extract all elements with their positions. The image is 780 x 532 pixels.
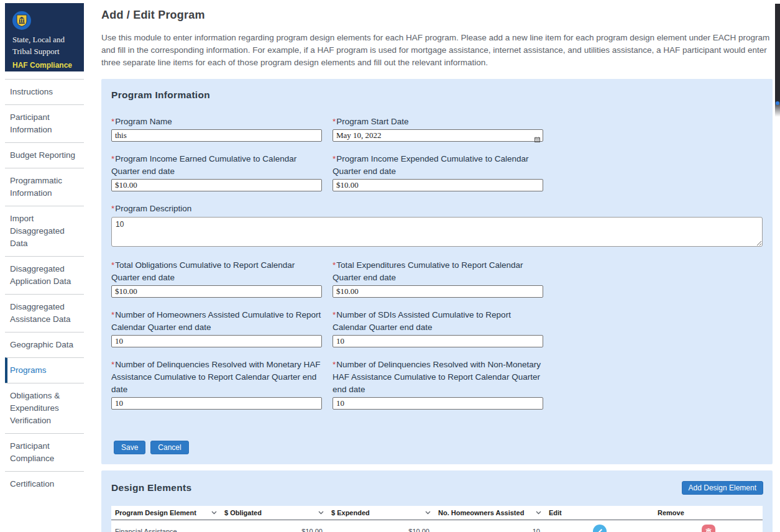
scrollbar-indicator-dot[interactable] (776, 101, 779, 105)
sidebar-item-programmatic-information[interactable]: Programmatic Information (5, 168, 84, 206)
column-header-obligated[interactable]: $ Obligated (221, 506, 328, 520)
income-expended-label: *Program Income Expended Cumulative to C… (333, 153, 543, 178)
sidebar-item-participant-information[interactable]: Participant Information (5, 104, 84, 142)
table-header-row: Program Design Element $ Obligated $ Exp… (111, 506, 763, 520)
sidebar-item-disaggregated-application-data[interactable]: Disaggregated Application Data (5, 256, 84, 294)
page-description: Use this module to enter information reg… (101, 32, 774, 69)
delinquencies-monetary-field[interactable] (111, 397, 322, 410)
sidebar-item-disaggregated-assistance-data[interactable]: Disaggregated Assistance Data (5, 294, 84, 332)
page-title: Add / Edit Program (101, 9, 774, 22)
column-header-remove: Remove (654, 506, 763, 520)
calendar-icon[interactable] (535, 134, 540, 145)
program-information-heading: Program Information (111, 89, 763, 101)
income-earned-label: *Program Income Earned Cumulative to Cal… (111, 153, 322, 178)
total-expenditures-label: *Total Expenditures Cumulative to Report… (333, 259, 543, 284)
required-marker: * (333, 154, 336, 163)
homeowners-assisted-field[interactable] (111, 335, 322, 347)
sidebar-item-instructions[interactable]: Instructions (5, 79, 84, 104)
income-expended-field[interactable] (333, 179, 543, 191)
income-earned-field[interactable] (111, 179, 322, 191)
total-obligations-label: *Total Obligations Cumulative to Report … (111, 259, 322, 284)
program-name-field[interactable] (111, 129, 322, 142)
table-row: Financial Assistance $10.00 $10.00 10 (111, 520, 763, 532)
delinquencies-monetary-label: *Number of Delinquencies Resolved with M… (111, 359, 322, 396)
brand-subtitle: HAF Compliance (12, 61, 78, 70)
homeowners-assisted-label: *Number of Homeowners Assisted Cumulativ… (111, 309, 322, 334)
program-name-label: *Program Name (111, 116, 322, 128)
treasury-shield-icon (12, 11, 31, 30)
trash-icon (705, 528, 712, 532)
sdis-assisted-field[interactable] (333, 335, 543, 347)
brand-line-1: State, Local and (12, 34, 78, 45)
required-marker: * (111, 154, 114, 163)
remove-row-button[interactable] (702, 525, 715, 532)
required-marker: * (111, 260, 114, 270)
program-information-panel: Program Information *Program Name *Progr… (101, 79, 773, 464)
design-elements-heading: Design Elements (111, 482, 191, 493)
total-obligations-field[interactable] (111, 285, 322, 298)
program-form: *Program Name *Program Start Date (111, 116, 763, 410)
brand-name: State, Local and Tribal Support (12, 34, 78, 57)
brand-logo-card: State, Local and Tribal Support HAF Comp… (5, 3, 84, 71)
vertical-scrollbar[interactable] (775, 4, 780, 117)
cell-program-design-element: Financial Assistance (111, 520, 221, 532)
required-marker: * (333, 360, 336, 369)
chevron-down-icon[interactable] (536, 511, 541, 515)
column-header-expended[interactable]: $ Expended (328, 506, 434, 520)
delinquencies-nonmonetary-field[interactable] (333, 397, 543, 410)
required-marker: * (333, 260, 336, 270)
column-header-program-design-element[interactable]: Program Design Element (111, 506, 221, 520)
sidebar-item-programs[interactable]: Programs (5, 357, 84, 383)
add-design-element-button[interactable]: Add Design Element (682, 481, 763, 495)
sidebar-item-budget-reporting[interactable]: Budget Reporting (5, 142, 84, 168)
delinquencies-nonmonetary-label: *Number of Delinquencies Resolved with N… (333, 359, 543, 396)
edit-row-button[interactable] (593, 525, 607, 532)
required-marker: * (333, 310, 336, 319)
program-description-label: *Program Description (111, 203, 763, 215)
cancel-button[interactable]: Cancel (150, 441, 188, 454)
chevron-down-icon[interactable] (318, 511, 324, 515)
required-marker: * (111, 360, 114, 369)
program-description-field[interactable]: 10 (111, 217, 763, 247)
sidebar-nav: Instructions Participant Information Bud… (5, 79, 84, 497)
required-marker: * (111, 204, 114, 213)
sidebar-item-participant-compliance[interactable]: Participant Compliance (5, 433, 84, 471)
design-elements-panel: Design Elements Add Design Element Progr… (101, 470, 773, 532)
sidebar: State, Local and Tribal Support HAF Comp… (5, 3, 84, 497)
total-expenditures-field[interactable] (333, 285, 543, 298)
sidebar-item-obligations-expenditures-verification[interactable]: Obligations & Expenditures Verification (5, 383, 84, 433)
required-marker: * (333, 117, 336, 126)
cell-homeowners-assisted: 10 (434, 520, 545, 532)
required-marker: * (111, 117, 114, 126)
cell-expended: $10.00 (328, 520, 434, 532)
required-marker: * (111, 310, 114, 319)
sdis-assisted-label: *Number of SDIs Assisted Cumulative to R… (333, 309, 543, 334)
design-elements-table: Program Design Element $ Obligated $ Exp… (111, 506, 763, 532)
sidebar-item-geographic-data[interactable]: Geographic Data (5, 332, 84, 357)
chevron-down-icon[interactable] (425, 511, 431, 515)
cell-obligated: $10.00 (221, 520, 328, 532)
pencil-icon (597, 528, 603, 532)
column-header-edit: Edit (545, 506, 654, 520)
program-start-date-label: *Program Start Date (333, 116, 543, 128)
main-content: Add / Edit Program Use this module to en… (101, 0, 774, 532)
brand-line-2: Tribal Support (12, 46, 78, 57)
program-start-date-field[interactable] (333, 129, 543, 142)
column-header-homeowners-assisted[interactable]: No. Homeowners Assisted (434, 506, 545, 520)
chevron-down-icon[interactable] (211, 511, 217, 515)
app-window: State, Local and Tribal Support HAF Comp… (0, 0, 780, 532)
sidebar-item-certification[interactable]: Certification (5, 471, 84, 497)
save-button[interactable]: Save (114, 441, 145, 454)
sidebar-item-import-disaggregated-data[interactable]: Import Disaggregated Data (5, 206, 84, 256)
